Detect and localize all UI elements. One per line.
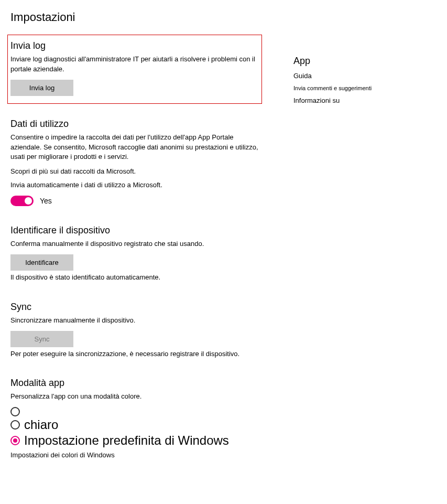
app-mode-section: Modalità app Personalizza l'app con una … <box>10 378 262 459</box>
usage-data-toggle-label: Yes <box>40 197 52 205</box>
send-logs-button[interactable]: Invia log <box>10 80 73 96</box>
radio-option-default-label: Impostazione predefinita di Windows <box>24 433 229 448</box>
send-logs-section: Invia log Inviare log diagnostici all'am… <box>7 35 262 104</box>
identify-device-title: Identificare il dispositivo <box>10 225 262 236</box>
sync-desc: Sincronizzare manualmente il dispositivo… <box>10 316 262 326</box>
usage-data-toggle-desc: Invia automaticamente i dati di utilizzo… <box>10 180 262 190</box>
identify-device-desc: Conferma manualmente il dispositivo regi… <box>10 239 262 249</box>
sidebar: App Guida Invia commenti e suggerimenti … <box>293 35 388 478</box>
sync-status: Per poter eseguire la sincronizzazione, … <box>10 349 262 359</box>
page-title: Impostazioni <box>10 10 437 24</box>
sidebar-link-guide[interactable]: Guida <box>293 72 388 80</box>
main-content: Invia log Inviare log diagnostici all'am… <box>10 35 262 478</box>
sidebar-link-feedback[interactable]: Invia commenti e suggerimenti <box>293 85 388 91</box>
send-logs-desc: Inviare log diagnostici all'amministrato… <box>10 55 255 74</box>
usage-data-toggle[interactable] <box>10 196 34 206</box>
app-mode-radio-group: chiaro Impostazione predefinita di Windo… <box>10 407 262 448</box>
radio-option-light[interactable] <box>10 420 20 430</box>
identify-device-section: Identificare il dispositivo Conferma man… <box>10 225 262 283</box>
usage-data-section: Dati di utilizzo Consentire o impedire l… <box>10 119 262 206</box>
radio-option-1[interactable] <box>10 407 20 416</box>
usage-data-learn-more-link[interactable]: Scopri di più sui dati raccolti da Micro… <box>10 167 262 175</box>
sidebar-link-about[interactable]: Informazioni su <box>293 96 388 104</box>
send-logs-title: Invia log <box>10 40 255 51</box>
identify-status: Il dispositivo è stato identificato auto… <box>10 273 262 283</box>
sidebar-heading: App <box>293 56 388 67</box>
usage-data-desc: Consentire o impedire la raccolta dei da… <box>10 133 262 163</box>
sync-title: Sync <box>10 302 262 313</box>
sync-section: Sync Sincronizzare manualmente il dispos… <box>10 302 262 359</box>
sync-button[interactable]: Sync <box>10 331 73 347</box>
app-mode-title: Modalità app <box>10 378 262 389</box>
usage-data-title: Dati di utilizzo <box>10 119 262 130</box>
app-mode-desc: Personalizza l'app con una modalità colo… <box>10 392 262 402</box>
radio-option-light-label: chiaro <box>24 417 58 432</box>
identify-button[interactable]: Identificare <box>10 254 73 271</box>
radio-option-default[interactable] <box>10 436 20 445</box>
windows-color-settings-link[interactable]: Impostazioni dei colori di Windows <box>10 451 262 459</box>
